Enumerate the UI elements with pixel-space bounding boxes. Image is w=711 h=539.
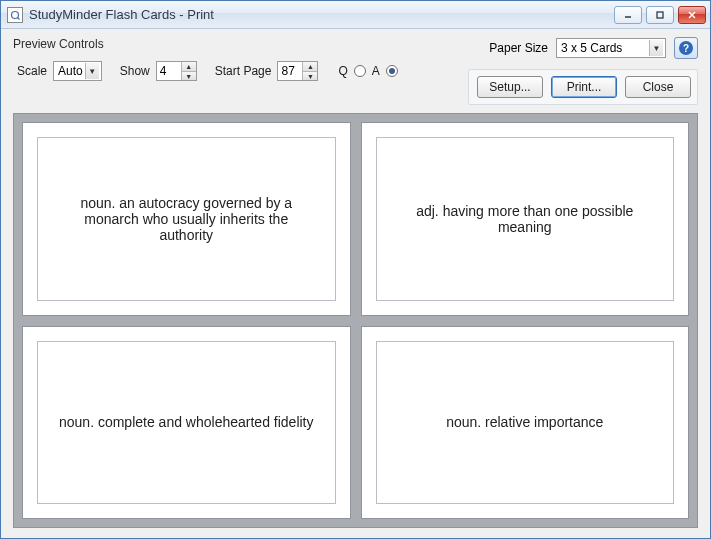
card-text: adj. having more than one possible meani… <box>376 137 675 301</box>
show-label: Show <box>120 64 150 78</box>
card: noun. an autocracy governed by a monarch… <box>22 122 351 316</box>
spinner-down-icon[interactable]: ▼ <box>303 71 317 80</box>
scale-label: Scale <box>17 64 47 78</box>
spinner-down-icon[interactable]: ▼ <box>182 71 196 80</box>
help-icon: ? <box>679 41 693 55</box>
close-window-button[interactable] <box>678 6 706 24</box>
show-value: 4 <box>157 62 181 80</box>
preview-surface: noun. an autocracy governed by a monarch… <box>13 113 698 528</box>
preview-controls-panel: Preview Controls Scale Auto ▼ Show 4 ▲ ▼ <box>13 37 452 81</box>
print-button[interactable]: Print... <box>551 76 617 98</box>
minimize-button[interactable] <box>614 6 642 24</box>
dropdown-icon: ▼ <box>649 40 663 56</box>
startpage-spinner[interactable]: 87 ▲ ▼ <box>277 61 318 81</box>
q-radio[interactable] <box>354 65 366 77</box>
titlebar: StudyMinder Flash Cards - Print <box>1 1 710 29</box>
dropdown-icon: ▼ <box>85 63 99 79</box>
setup-button[interactable]: Setup... <box>477 76 543 98</box>
card-text: noun. complete and wholehearted fidelity <box>37 341 336 505</box>
app-window: StudyMinder Flash Cards - Print Preview … <box>0 0 711 539</box>
preview-controls-title: Preview Controls <box>13 37 452 51</box>
preview-controls-row: Scale Auto ▼ Show 4 ▲ ▼ <box>13 61 452 81</box>
card: noun. complete and wholehearted fidelity <box>22 326 351 520</box>
card-text: noun. an autocracy governed by a monarch… <box>37 137 336 301</box>
controls-area: Preview Controls Scale Auto ▼ Show 4 ▲ ▼ <box>13 37 698 105</box>
client-area: Preview Controls Scale Auto ▼ Show 4 ▲ ▼ <box>1 29 710 538</box>
q-label: Q <box>338 64 347 78</box>
scale-value: Auto <box>58 64 83 78</box>
svg-rect-3 <box>657 12 663 18</box>
show-spinner[interactable]: 4 ▲ ▼ <box>156 61 197 81</box>
startpage-label: Start Page <box>215 64 272 78</box>
a-radio[interactable] <box>386 65 398 77</box>
paper-size-value: 3 x 5 Cards <box>561 41 647 55</box>
paper-size-combo[interactable]: 3 x 5 Cards ▼ <box>556 38 666 58</box>
help-button[interactable]: ? <box>674 37 698 59</box>
maximize-button[interactable] <box>646 6 674 24</box>
spinner-up-icon[interactable]: ▲ <box>303 62 317 71</box>
paper-size-row: Paper Size 3 x 5 Cards ▼ ? <box>468 37 698 59</box>
window-title: StudyMinder Flash Cards - Print <box>29 7 614 22</box>
app-icon <box>7 7 23 23</box>
a-label: A <box>372 64 380 78</box>
button-row: Setup... Print... Close <box>468 69 698 105</box>
right-panel: Paper Size 3 x 5 Cards ▼ ? Setup... Prin… <box>468 37 698 105</box>
card: adj. having more than one possible meani… <box>361 122 690 316</box>
close-button[interactable]: Close <box>625 76 691 98</box>
window-buttons <box>614 6 706 24</box>
scale-combo[interactable]: Auto ▼ <box>53 61 102 81</box>
spinner-up-icon[interactable]: ▲ <box>182 62 196 71</box>
card: noun. relative importance <box>361 326 690 520</box>
startpage-value: 87 <box>278 62 302 80</box>
svg-line-1 <box>17 17 19 19</box>
paper-size-label: Paper Size <box>489 41 548 55</box>
card-text: noun. relative importance <box>376 341 675 505</box>
